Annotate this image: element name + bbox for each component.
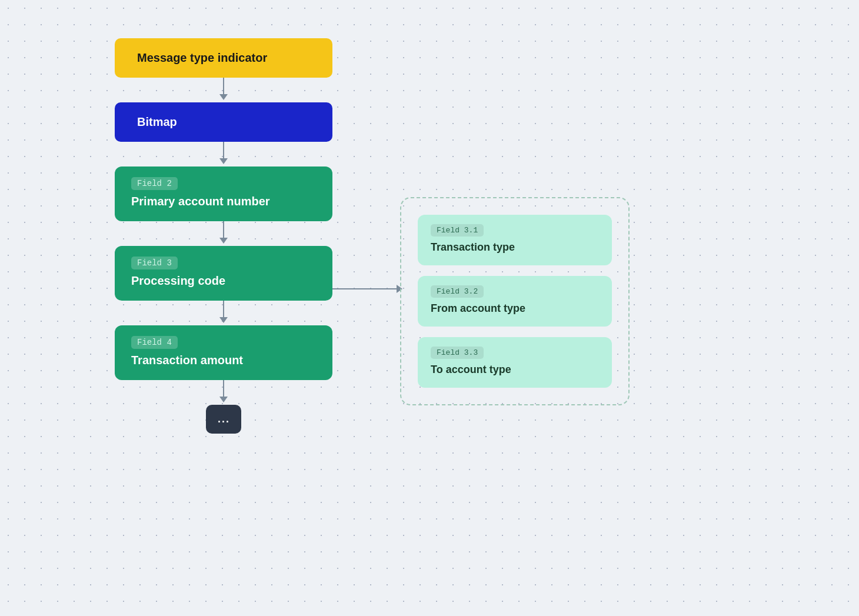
arrow-field2-to-field3 [115, 221, 332, 246]
more-box: ... [206, 405, 241, 434]
bitmap-label: Bitmap [137, 115, 177, 128]
subfield-33-tag: Field 3.3 [431, 347, 484, 359]
field3-name: Processing code [131, 274, 316, 288]
field4-tag: Field 4 [131, 336, 178, 349]
left-column: Message type indicator Bitmap Field 2 Pr… [115, 38, 332, 434]
arrow-field3-to-subfields [332, 288, 402, 289]
subfield-33-name: To account type [431, 364, 599, 376]
more-label: ... [218, 413, 230, 425]
right-group: Field 3.1 Transaction type Field 3.2 Fro… [400, 197, 630, 405]
subfield-32-box: Field 3.2 From account type [418, 276, 612, 327]
field2-name: Primary account number [131, 195, 316, 208]
arrow-field3-to-field4 [115, 301, 332, 325]
subfield-32-name: From account type [431, 302, 599, 315]
subfield-31-box: Field 3.1 Transaction type [418, 215, 612, 265]
arrow-mti-to-bitmap [115, 78, 332, 102]
field3-box: Field 3 Processing code [115, 246, 332, 301]
field4-box: Field 4 Transaction amount [115, 325, 332, 380]
field4-name: Transaction amount [131, 354, 316, 367]
diagram-container: Message type indicator Bitmap Field 2 Pr… [0, 0, 859, 616]
arrow-field4-to-more [115, 380, 332, 405]
subfield-31-tag: Field 3.1 [431, 224, 484, 237]
mti-label: Message type indicator [137, 51, 267, 64]
field2-box: Field 2 Primary account number [115, 167, 332, 221]
dashed-container: Field 3.1 Transaction type Field 3.2 Fro… [400, 197, 630, 405]
field3-tag: Field 3 [131, 257, 178, 269]
subfield-32-tag: Field 3.2 [431, 285, 484, 298]
field2-tag: Field 2 [131, 177, 178, 190]
arrow-bitmap-to-field2 [115, 142, 332, 167]
mti-box: Message type indicator [115, 38, 332, 78]
bitmap-box: Bitmap [115, 102, 332, 142]
subfield-33-box: Field 3.3 To account type [418, 337, 612, 388]
subfield-31-name: Transaction type [431, 241, 599, 254]
